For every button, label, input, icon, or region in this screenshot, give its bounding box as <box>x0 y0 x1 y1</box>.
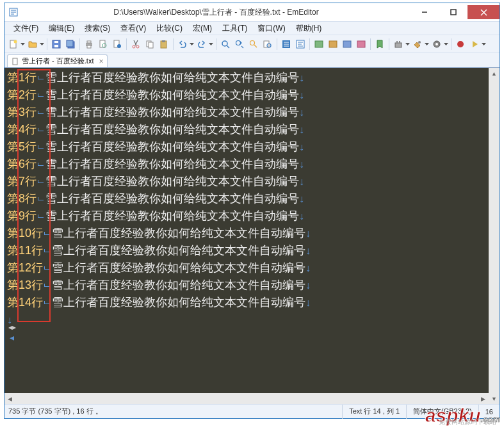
wrap-window-icon[interactable] <box>294 38 307 51</box>
find-in-files-icon[interactable] <box>261 38 274 51</box>
editor-content[interactable]: 第1行雪上行者百度经验教你如何给纯文本文件自动编号↓第2行雪上行者百度经验教你如… <box>4 68 500 348</box>
macro-dropdown-icon[interactable] <box>481 43 486 45</box>
line-body: 雪上行者百度经验教你如何给纯文本文件自动编号 <box>45 192 299 205</box>
editor-line[interactable]: 第9行雪上行者百度经验教你如何给纯文本文件自动编号↓ <box>7 207 497 225</box>
open-dropdown-icon[interactable] <box>39 43 44 45</box>
open-file-icon[interactable] <box>26 38 39 51</box>
minimize-button[interactable] <box>410 5 439 19</box>
plugins-icon[interactable] <box>392 38 405 51</box>
menu-help[interactable]: 帮助(H) <box>291 22 327 35</box>
newline-icon: ↓ <box>299 193 304 204</box>
print-icon[interactable] <box>83 38 95 51</box>
editor-line[interactable]: 第11行雪上行者百度经验教你如何给纯文本文件自动编号↓ <box>7 242 497 259</box>
editor-line[interactable]: 第5行雪上行者百度经验教你如何给纯文本文件自动编号↓ <box>7 138 497 156</box>
replace-icon[interactable] <box>247 38 260 51</box>
menu-search[interactable]: 搜索(S) <box>79 22 115 35</box>
scroll-track[interactable] <box>489 79 500 393</box>
editor-line[interactable]: 第14行雪上行者百度经验教你如何给纯文本文件自动编号↓ <box>7 294 497 311</box>
scroll-track[interactable] <box>15 393 478 404</box>
bookmark-icon[interactable] <box>373 38 386 51</box>
newline-icon: ↓ <box>299 142 304 152</box>
file-tab[interactable]: 雪上行者 - 百度经验.txt × <box>7 54 108 67</box>
tab-bar: 雪上行者 - 百度经验.txt × <box>4 53 500 67</box>
marks-icon[interactable] <box>327 38 339 51</box>
new-file-icon[interactable] <box>7 38 20 51</box>
editor-line[interactable]: 第4行雪上行者百度经验教你如何给纯文本文件自动编号↓ <box>7 121 497 138</box>
separator-icon <box>126 38 127 50</box>
separator-icon <box>309 38 310 50</box>
separator-icon <box>173 38 174 50</box>
line-body: 雪上行者百度经验教你如何给纯文本文件自动编号 <box>45 158 299 170</box>
separator-icon <box>79 38 80 50</box>
vertical-scrollbar[interactable]: ▲ ▼ <box>489 68 500 404</box>
editor-line[interactable]: 第12行雪上行者百度经验教你如何给纯文本文件自动编号↓ <box>7 259 497 277</box>
customize-dropdown-icon[interactable] <box>443 43 448 45</box>
tools-icon[interactable] <box>411 38 424 51</box>
large-file-icon[interactable] <box>355 38 368 51</box>
menu-window[interactable]: 窗口(W) <box>252 22 290 35</box>
find-icon[interactable] <box>219 38 232 51</box>
svg-rect-13 <box>87 41 91 43</box>
svg-point-28 <box>250 40 255 45</box>
menu-edit[interactable]: 编辑(E) <box>44 22 79 35</box>
scroll-left-icon[interactable]: ◀ <box>4 393 15 404</box>
redo-dropdown-icon[interactable] <box>208 43 213 45</box>
tab-close-icon[interactable]: × <box>99 57 103 66</box>
maximize-button[interactable] <box>439 5 467 19</box>
print-preview-icon[interactable] <box>97 38 110 51</box>
find-next-icon[interactable] <box>233 38 246 51</box>
wrap-none-icon[interactable] <box>280 38 293 51</box>
newline-icon: ↓ <box>299 159 304 170</box>
copy-icon[interactable] <box>143 38 156 51</box>
separator-icon <box>216 38 216 50</box>
menu-tools[interactable]: 工具(T) <box>217 22 252 35</box>
editor-line[interactable]: 第1行雪上行者百度经验教你如何给纯文本文件自动编号↓ <box>7 69 497 86</box>
editor-line[interactable]: 第6行雪上行者百度经验教你如何给纯文本文件自动编号↓ <box>7 156 497 173</box>
menu-view[interactable]: 查看(V) <box>115 22 151 35</box>
title-bar[interactable]: D:\Users\Walker\Desktop\雪上行者 - 百度经验.txt … <box>4 3 500 21</box>
svg-rect-39 <box>396 41 398 43</box>
redo-icon[interactable] <box>195 38 208 51</box>
save-icon[interactable] <box>50 38 63 51</box>
outline-icon[interactable] <box>341 38 354 51</box>
eof-icon: ◂ <box>10 332 14 343</box>
newline-icon: ↓ <box>305 228 311 239</box>
undo-dropdown-icon[interactable] <box>189 43 194 45</box>
close-button[interactable] <box>467 5 500 19</box>
window-title: D:\Users\Walker\Desktop\雪上行者 - 百度经验.txt … <box>22 7 410 18</box>
svg-rect-11 <box>67 40 73 47</box>
line-body: 雪上行者百度经验教你如何给纯文本文件自动编号 <box>45 175 299 188</box>
editor-line[interactable]: 第2行雪上行者百度经验教你如何给纯文本文件自动编号↓ <box>7 86 497 104</box>
editor-line[interactable]: 第8行雪上行者百度经验教你如何给纯文本文件自动编号↓ <box>7 190 497 207</box>
new-dropdown-icon[interactable] <box>20 43 25 45</box>
editor-line[interactable]: 第3行雪上行者百度经验教你如何给纯文本文件自动编号↓ <box>7 104 497 121</box>
scroll-right-icon[interactable]: ▶ <box>478 393 489 404</box>
cut-icon[interactable] <box>129 38 142 51</box>
save-all-icon[interactable] <box>64 38 77 51</box>
undo-icon[interactable] <box>176 38 189 51</box>
separator-icon <box>370 38 371 50</box>
svg-rect-9 <box>54 41 58 43</box>
svg-point-43 <box>435 43 438 45</box>
plugins-dropdown-icon[interactable] <box>405 43 410 45</box>
tools-dropdown-icon[interactable] <box>424 43 429 45</box>
customize-icon[interactable] <box>430 38 443 51</box>
editor-line[interactable]: 第13行雪上行者百度经验教你如何给纯文本文件自动编号↓ <box>7 277 497 294</box>
scroll-down-icon[interactable]: ▼ <box>489 393 500 404</box>
editor-area[interactable]: 第1行雪上行者百度经验教你如何给纯文本文件自动编号↓第2行雪上行者百度经验教你如… <box>4 67 500 404</box>
editor-line[interactable]: 第7行雪上行者百度经验教你如何给纯文本文件自动编号↓ <box>7 173 497 190</box>
properties-icon[interactable] <box>111 38 124 51</box>
separator-icon <box>277 38 277 50</box>
config-icon[interactable] <box>313 38 325 51</box>
horizontal-scrollbar[interactable]: ◀ ▶ <box>4 393 489 404</box>
menu-compare[interactable]: 比较(C) <box>151 22 188 35</box>
line-prefix: 第6行 <box>7 158 37 170</box>
macro-play-icon[interactable] <box>468 38 481 51</box>
editor-line[interactable]: 第10行雪上行者百度经验教你如何给纯文本文件自动编号↓ <box>7 225 497 242</box>
paste-icon[interactable] <box>158 38 170 51</box>
menu-macros[interactable]: 宏(M) <box>188 22 217 35</box>
menu-file[interactable]: 文件(F) <box>8 22 44 35</box>
macro-record-icon[interactable] <box>454 38 467 51</box>
scroll-up-icon[interactable]: ▲ <box>489 68 500 79</box>
line-prefix: 第8行 <box>7 192 37 205</box>
